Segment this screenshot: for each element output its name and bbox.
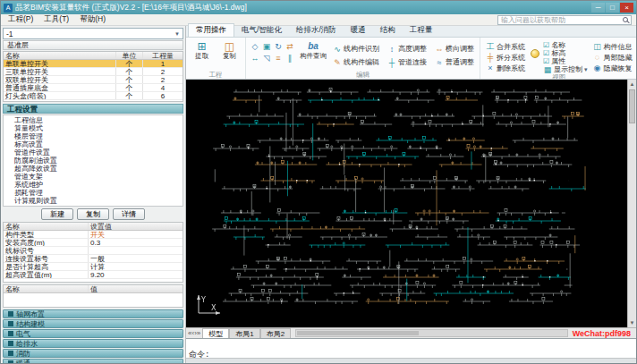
height-adjust-icon: ↕ bbox=[387, 45, 396, 54]
align-icon[interactable]: ≡ bbox=[273, 53, 284, 64]
ribbon-edit-button-4[interactable]: ⇔横向调整 bbox=[433, 42, 476, 55]
ribbon-view-system-1[interactable]: ╪拆分系统 bbox=[484, 52, 527, 63]
horizontal-scrollbar[interactable] bbox=[295, 329, 568, 337]
module-tab-5[interactable]: 暖通 bbox=[3, 359, 183, 363]
property-row-4[interactable]: 是否计算超高计算 bbox=[4, 263, 183, 271]
offset-icon[interactable]: ∥ bbox=[285, 53, 295, 64]
vertical-scrollbar[interactable]: ▲ ▼ bbox=[627, 80, 636, 327]
module-tab-2[interactable]: 电气 bbox=[3, 329, 183, 338]
settings-item-6[interactable]: 超高降效设置 bbox=[4, 165, 183, 173]
module-tab-0[interactable]: 轴网布置 bbox=[3, 309, 183, 318]
ribbon-tab-0[interactable]: 常用操作 bbox=[188, 23, 234, 37]
component-query-button[interactable]: ba构件查询 bbox=[299, 40, 327, 60]
module-tab-4[interactable]: 消防 bbox=[3, 349, 183, 358]
property-row-1[interactable]: 安装高度(m)0.3 bbox=[4, 239, 183, 247]
property-row-2[interactable]: 线标识号 bbox=[4, 247, 183, 255]
floor-select[interactable]: -1 ▼ bbox=[3, 28, 183, 39]
settings-item-8[interactable]: 系统维护 bbox=[4, 181, 183, 189]
ribbon-project-button-0[interactable]: ⊞提取 bbox=[190, 40, 214, 60]
component-table: 名称单位工程量 单联单控开关个1三联单控开关个2双联单控开关个2普通插座底盒个4… bbox=[3, 51, 183, 102]
module-tabs: 轴网布置结构建模电气给排水消防暖通 bbox=[3, 309, 183, 363]
command-prompt[interactable]: 命令: bbox=[189, 349, 633, 358]
ribbon-view-system-0[interactable]: 工合并系统 bbox=[484, 41, 527, 52]
scroll-up-icon[interactable]: ▲ bbox=[630, 80, 635, 88]
property-row-0[interactable]: 构件类型开关 bbox=[4, 231, 183, 239]
move-icon[interactable]: ◇ bbox=[250, 41, 260, 53]
panel-button-1[interactable]: 复制 bbox=[77, 208, 109, 220]
component-col-header-2: 工程量 bbox=[143, 52, 183, 59]
ribbon-view-tool-0[interactable]: ◫构件信息 bbox=[591, 41, 634, 52]
scroll-down-icon[interactable]: ▼ bbox=[630, 319, 635, 326]
component-row-2[interactable]: 双联单控开关个2 bbox=[4, 76, 183, 84]
layout-tab-nav: «‹›» bbox=[188, 329, 200, 337]
ribbon-edit-button-3[interactable]: ┼管道连接 bbox=[386, 55, 429, 69]
merge-system-icon: 工 bbox=[486, 41, 495, 53]
ribbon-view-tool-1[interactable]: ◌局部隐藏 bbox=[591, 52, 634, 63]
settings-item-5[interactable]: 防腐刷油设置 bbox=[4, 157, 183, 165]
base-layer-tab[interactable]: 基准层 bbox=[3, 40, 183, 50]
panel-button-2[interactable]: 详情 bbox=[113, 208, 145, 220]
module-tab-1[interactable]: 结构建模 bbox=[3, 319, 183, 328]
rotate-icon[interactable]: ↻ bbox=[273, 41, 284, 53]
bulb-icon[interactable] bbox=[531, 49, 539, 58]
maximize-button[interactable]: □ bbox=[606, 3, 619, 13]
component-row-3[interactable]: 普通插座底盒个4 bbox=[4, 84, 183, 92]
module-tab-3[interactable]: 给排水 bbox=[3, 339, 183, 348]
model-tab-0[interactable]: 模型 bbox=[202, 328, 229, 338]
settings-item-9[interactable]: 损耗管理 bbox=[4, 189, 183, 197]
secondary-grid-header: 名称值 bbox=[4, 285, 183, 293]
model-tab-2[interactable]: 布局2 bbox=[260, 328, 291, 338]
menu-items: 工程(P)工具(T)帮助(H) bbox=[3, 14, 111, 25]
component-row-1[interactable]: 三联单控开关个2 bbox=[4, 68, 183, 76]
tab-nav-icon-3[interactable]: » bbox=[197, 329, 200, 337]
settings-item-2[interactable]: 楼层管理 bbox=[4, 132, 183, 140]
property-row-5[interactable]: 超高设置值(m)9.20 bbox=[4, 271, 183, 279]
ribbon-tab-4[interactable]: 结构 bbox=[373, 24, 403, 37]
horizontal-scrollbar-thumb[interactable] bbox=[297, 331, 419, 335]
settings-item-1[interactable]: 算量模式 bbox=[4, 124, 183, 132]
menu-item-0[interactable]: 工程(P) bbox=[3, 14, 38, 23]
minimize-button[interactable]: ─ bbox=[591, 3, 605, 13]
ribbon-tab-5[interactable]: 工程量 bbox=[403, 24, 440, 37]
ribbon-tab-2[interactable]: 给排水/消防 bbox=[289, 24, 344, 37]
component-row-0[interactable]: 单联单控开关个1 bbox=[4, 60, 183, 68]
model-tab-1[interactable]: 布局1 bbox=[229, 328, 259, 338]
settings-item-7[interactable]: 管道支架 bbox=[4, 173, 183, 181]
menu-item-1[interactable]: 工具(T) bbox=[38, 14, 74, 23]
panel-button-0[interactable]: 新建 bbox=[41, 208, 73, 220]
stretch-icon[interactable]: ↔ bbox=[250, 53, 260, 64]
mirror-icon[interactable]: ⇄ bbox=[285, 41, 295, 53]
ribbon-group-view: 工合并系统╪拆分系统×删除系统 ☑名称☑标高☑属性▦显示控制▾ ◫构件信息◌局部… bbox=[480, 38, 636, 79]
close-button[interactable]: × bbox=[620, 3, 633, 13]
canvas-row: ▲ ▼ bbox=[186, 80, 636, 327]
component-row-4[interactable]: 灯头盒(暗装)个6 bbox=[4, 92, 183, 100]
ribbon-tab-3[interactable]: 暖通 bbox=[344, 24, 373, 37]
settings-item-0[interactable]: 工程信息 bbox=[4, 116, 183, 124]
command-line-area[interactable]: 命令: bbox=[186, 338, 636, 358]
drawing-canvas[interactable] bbox=[186, 80, 627, 327]
ribbon-view-system-2[interactable]: ×删除系统 bbox=[484, 63, 527, 73]
property-row-3[interactable]: 连接设置标号一般 bbox=[4, 255, 183, 263]
floor-select-value: -1 bbox=[6, 30, 13, 38]
ribbon-edit-button-5[interactable]: ≈普通调整 bbox=[433, 55, 476, 69]
menu-item-2[interactable]: 帮助(H) bbox=[74, 14, 111, 23]
ribbon-project-button-1[interactable]: ◫复制 bbox=[217, 40, 242, 60]
module-tab-icon bbox=[8, 311, 13, 317]
settings-item-10[interactable]: 计算规则设置 bbox=[4, 197, 183, 205]
ribbon-tab-1[interactable]: 电气/智能化 bbox=[234, 24, 289, 37]
settings-item-3[interactable]: 标高设置 bbox=[4, 140, 183, 148]
ribbon-edit-button-1[interactable]: ✎线构件编辑 bbox=[331, 55, 381, 69]
scale-icon[interactable]: ◹ bbox=[261, 53, 272, 64]
copy-small-icon[interactable]: ▣ bbox=[261, 41, 272, 53]
ribbon-edit-button-2[interactable]: ↕高度调整 bbox=[386, 42, 429, 55]
settings-item-4[interactable]: 管道件设置 bbox=[4, 148, 183, 157]
edit-icon-grid: ◇▣↻⇄↔◹≡∥ bbox=[250, 41, 295, 64]
display-control-button[interactable]: ▦显示控制▾ bbox=[543, 65, 588, 73]
ribbon-edit-button-0[interactable]: ∿线构件识别 bbox=[331, 42, 381, 55]
property-grid: 名称设置值 构件类型开关安装高度(m)0.3线标识号连接设置标号一般是否计算超高… bbox=[3, 222, 183, 283]
ribbon-view-tool-2[interactable]: ◉隐藏恢复 bbox=[591, 63, 634, 73]
help-search-input[interactable] bbox=[501, 16, 621, 24]
cad-drawing[interactable] bbox=[186, 80, 627, 327]
vertical-scrollbar-thumb[interactable] bbox=[629, 89, 635, 123]
help-search-box[interactable] bbox=[497, 15, 632, 25]
